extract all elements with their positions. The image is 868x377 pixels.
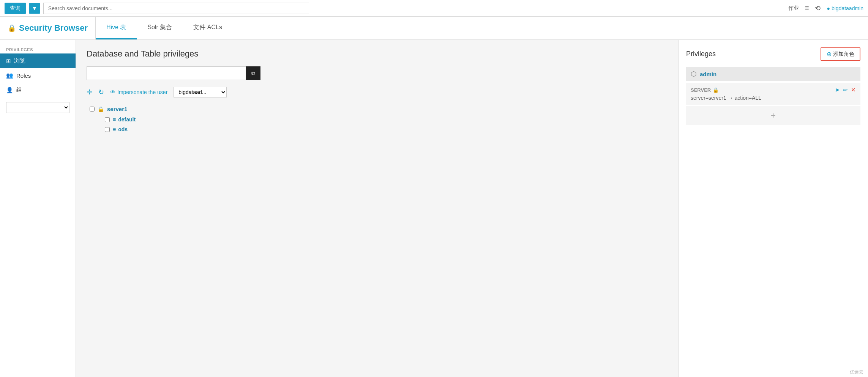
collapse-button[interactable]: ✛ (87, 88, 92, 96)
navbar-right: 作业 ≡ ⟲ ● bigdataadmin (788, 4, 863, 13)
privilege-user-name: admin (700, 71, 716, 77)
privilege-send-button[interactable]: ➤ (835, 86, 840, 93)
footer: 亿迷云 (845, 368, 868, 377)
jobs-icon[interactable]: 作业 (788, 5, 799, 12)
footer-text: 亿迷云 (850, 369, 863, 375)
tree-row-server1: 🔒 server1 (88, 104, 668, 115)
roles-icon: 👥 (6, 72, 13, 79)
external-link-icon: ⧉ (251, 70, 255, 77)
add-privilege-row: + (686, 106, 860, 125)
sidebar-browse-label: 浏览 (14, 57, 25, 64)
layout: PRIVILEGES ⊞ 浏览 👥 Roles 👤 组 Database and… (0, 40, 868, 377)
privilege-detail-header: SERVER 🔒 ➤ ✏ ✕ (691, 86, 856, 93)
search-row: ⧉ (87, 66, 668, 80)
eye-icon: 👁 (110, 89, 115, 95)
right-panel: Privileges ⊕ 添加角色 ⬡ admin SERVER 🔒 ➤ ✏ ✕ (678, 40, 868, 377)
default-label[interactable]: ≡ default (113, 116, 136, 123)
page-title: Database and Table privileges (87, 49, 668, 59)
privileges-label: PRIVILEGES (0, 44, 76, 53)
add-role-button[interactable]: ⊕ 添加角色 (821, 47, 860, 61)
privilege-edit-button[interactable]: ✏ (843, 86, 848, 93)
server1-lock-icon: 🔒 (98, 106, 104, 112)
privilege-type-label: SERVER (691, 87, 711, 93)
search-input[interactable] (43, 3, 309, 14)
action-row: ✛ ↻ 👁 Impersonate the user bigdataad... (87, 87, 668, 97)
query-dropdown-button[interactable]: ▼ (29, 3, 40, 14)
app-title: 🔒 Security Browser (0, 17, 96, 39)
add-role-label: 添加角色 (833, 51, 854, 58)
sidebar-item-browse[interactable]: ⊞ 浏览 (0, 53, 76, 68)
user-select[interactable]: bigdataad... (174, 87, 227, 97)
tab-solr[interactable]: Solr 集合 (137, 17, 183, 39)
privilege-value: server=server1 → action=ALL (691, 95, 856, 101)
sidebar: PRIVILEGES ⊞ 浏览 👥 Roles 👤 组 (0, 40, 76, 377)
privilege-detail: SERVER 🔒 ➤ ✏ ✕ server=server1 → action=A… (686, 83, 860, 105)
user-profile-link[interactable]: ● bigdataadmin (827, 5, 863, 11)
add-privilege-button[interactable]: + (771, 111, 776, 121)
navbar: 查询 ▼ 作业 ≡ ⟲ ● bigdataadmin (0, 0, 868, 17)
main-content: Database and Table privileges ⧉ ✛ ↻ 👁 Im… (76, 40, 678, 377)
ods-label[interactable]: ≡ ods (113, 126, 128, 132)
privilege-delete-button[interactable]: ✕ (851, 86, 856, 93)
user-icon: ● (827, 5, 830, 11)
right-panel-header: Privileges ⊕ 添加角色 (686, 47, 860, 61)
impersonate-label: Impersonate the user (117, 89, 167, 95)
default-checkbox[interactable] (105, 117, 110, 122)
external-link-button[interactable]: ⧉ (246, 66, 260, 80)
sidebar-select[interactable] (6, 102, 69, 113)
server1-checkbox[interactable] (90, 107, 95, 112)
right-panel-title: Privileges (686, 50, 716, 58)
sidebar-item-roles[interactable]: 👥 Roles (0, 68, 76, 83)
tree-row-ods: ≡ ods (103, 124, 668, 134)
privilege-lock-icon: 🔒 (713, 87, 719, 93)
query-button[interactable]: 查询 (5, 3, 26, 14)
tab-acl[interactable]: 文件 ACLs (183, 17, 233, 39)
sidebar-dropdown (6, 102, 69, 113)
impersonate-link[interactable]: 👁 Impersonate the user (110, 89, 167, 95)
group-icon: 👤 (6, 87, 13, 94)
sidebar-group-label: 组 (16, 86, 22, 94)
sidebar-roles-label: Roles (16, 72, 31, 79)
tree-children: ≡ default ≡ ods (103, 115, 668, 134)
sidebar-item-group[interactable]: 👤 组 (0, 83, 76, 97)
query-label: 查询 (10, 5, 21, 12)
ods-db-icon: ≡ (113, 126, 116, 132)
history-icon[interactable]: ⟲ (815, 4, 821, 13)
tree-row-default: ≡ default (103, 115, 668, 124)
plus-icon: ⊕ (827, 50, 832, 58)
refresh-button[interactable]: ↻ (98, 88, 104, 96)
privilege-actions: ➤ ✏ ✕ (835, 86, 856, 93)
browse-icon: ⊞ (6, 58, 11, 64)
lock-icon: 🔒 (8, 24, 16, 32)
server1-label[interactable]: server1 (107, 106, 127, 112)
username-label: bigdataadmin (832, 5, 863, 11)
default-db-icon: ≡ (113, 116, 116, 123)
privilege-type: SERVER 🔒 (691, 87, 719, 93)
tabs: Hive 表 Solr 集合 文件 ACLs (96, 17, 233, 39)
tab-hive[interactable]: Hive 表 (96, 17, 137, 39)
tree: 🔒 server1 ≡ default ≡ (88, 104, 668, 134)
privilege-user-icon: ⬡ (691, 70, 697, 78)
app-header: 🔒 Security Browser Hive 表 Solr 集合 文件 ACL… (0, 17, 868, 40)
tree-search-input[interactable] (87, 66, 246, 80)
menu-icon[interactable]: ≡ (805, 4, 809, 12)
privilege-user-row: ⬡ admin (686, 67, 860, 81)
ods-checkbox[interactable] (105, 127, 110, 132)
app-title-text: Security Browser (19, 23, 88, 33)
